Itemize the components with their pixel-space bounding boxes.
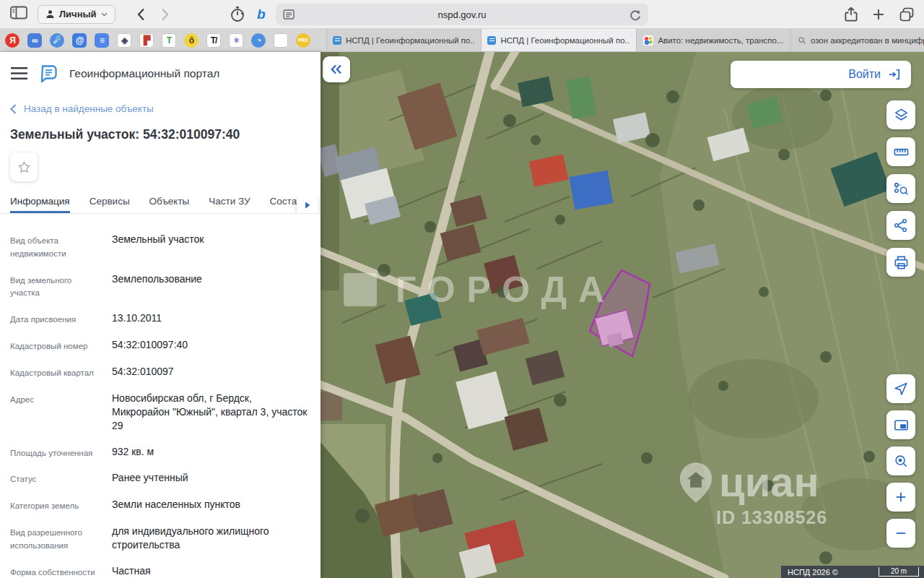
favorite-button[interactable] (10, 152, 38, 181)
t-green-icon[interactable]: T (162, 33, 176, 48)
attribute-row: СтатусРанее учтенный (10, 471, 310, 486)
tab-services[interactable]: Сервисы (90, 196, 130, 213)
pie-icon[interactable]: ◔ (251, 33, 266, 48)
attribute-row: Площадь уточненная932 кв. м (10, 445, 310, 460)
collapse-panel-button[interactable] (323, 56, 350, 82)
address-bar[interactable]: nspd.gov.ru (276, 4, 648, 25)
back-to-results-link[interactable]: Назад в найденные объекты (10, 103, 321, 114)
nspd-favicon (333, 36, 341, 45)
basemap-button[interactable] (886, 410, 915, 439)
swirl-purple-icon[interactable]: ✶ (229, 33, 243, 48)
print-button[interactable] (886, 248, 915, 277)
browser-tab[interactable]: НСПД | Геоинформационный по... (326, 29, 481, 51)
chevron-right-icon (305, 202, 310, 209)
avito-favicon (643, 35, 653, 46)
portal-logo-icon (39, 64, 58, 83)
building-icon[interactable]: ▛ (139, 33, 154, 48)
browser-toolbar: Личный b nspd.gov.ru (0, 0, 924, 29)
attribute-list: Вид объекта недвижимостиЗемельный участо… (0, 214, 321, 578)
ruler-button[interactable] (886, 137, 915, 166)
map-attribution: НСПД 2026 © 20 m (781, 566, 924, 578)
tab-title: озон аккредитован в минцифра... (811, 36, 924, 45)
browser-tab[interactable]: НСПД | Геоинформационный по... (481, 29, 635, 51)
map-canvas[interactable]: Войти ГОРОДА циан ID 1330 (321, 52, 924, 578)
panel-tabs: Информация Сервисы Объекты Части ЗУ Сост… (0, 196, 321, 214)
attribute-row: АдресНовосибирская обл, г Бердск, Микрор… (10, 392, 310, 434)
tab-parts[interactable]: Части ЗУ (209, 196, 250, 213)
login-icon (887, 67, 902, 82)
url-text[interactable]: nspd.gov.ru (295, 9, 629, 20)
tab-strip: НСПД | Геоинформационный по...НСПД | Гео… (326, 29, 924, 51)
t-slash-icon[interactable]: T/ (206, 33, 221, 48)
zoom-out-button[interactable] (886, 519, 915, 548)
navigation-arrow-icon (893, 381, 909, 397)
basemap-icon (893, 417, 910, 434)
sidebar-toggle-icon[interactable] (10, 6, 27, 22)
attribution-text: НСПД 2026 © (788, 568, 838, 577)
plus-icon (894, 490, 908, 504)
bookmarks-bar: Я∞☄@≡◈▛TōT/✶◔PRO (0, 29, 326, 51)
share-nodes-icon (893, 217, 909, 233)
double-chevron-left-icon (331, 64, 342, 74)
share-icon[interactable] (845, 7, 858, 22)
profile-label: Личный (59, 9, 97, 20)
share-map-button[interactable] (886, 211, 915, 240)
reader-icon[interactable] (283, 9, 295, 20)
attribute-row: Дата присвоения13.10.2011 (10, 311, 310, 327)
bing-icon[interactable]: b (257, 7, 266, 22)
login-button[interactable]: Войти (731, 61, 911, 88)
new-tab-icon[interactable] (872, 8, 885, 21)
comet-icon[interactable]: ☄ (50, 33, 64, 48)
scale-bar: 20 m (879, 567, 919, 577)
browser-tab[interactable]: озон аккредитован в минцифра... (790, 29, 924, 51)
object-search-icon (893, 181, 910, 197)
print-icon (893, 254, 910, 271)
attribute-row: Вид объекта недвижимостиЗемельный участо… (10, 233, 310, 261)
search-icon (798, 36, 806, 45)
attribute-row: Кадастровый квартал54:32:010097 (10, 365, 310, 380)
tabs-scroll-right-button[interactable] (297, 196, 318, 214)
nspd-favicon (487, 36, 496, 45)
attribute-row: Категория земельЗемли населенных пунктов (10, 498, 310, 513)
locate-position-button[interactable] (886, 374, 915, 403)
attribute-row: Форма собственностиЧастная (10, 564, 310, 578)
pro-icon[interactable]: PRO (296, 33, 310, 48)
hamburger-menu-icon[interactable] (10, 66, 28, 80)
page-title: Земельный участок: 54:32:010097:40 (10, 127, 310, 142)
back-button[interactable] (137, 8, 145, 21)
avito-icon[interactable] (274, 33, 288, 48)
minus-icon (894, 526, 908, 540)
magnifier-dot-icon (893, 453, 909, 469)
tab-title: НСПД | Геоинформационный по... (346, 36, 475, 45)
tab-title: Авито: недвижимость, транспо... (658, 36, 783, 45)
attribute-row: Кадастровый номер54:32:010097:40 (10, 338, 310, 353)
browser-tab[interactable]: Авито: недвижимость, транспо... (636, 29, 790, 51)
star-icon (17, 160, 32, 175)
reload-icon[interactable] (629, 9, 641, 21)
infinity-icon[interactable]: ∞ (27, 33, 42, 48)
layers-icon (893, 107, 910, 124)
tab-information[interactable]: Информация (10, 196, 70, 213)
diamond-icon[interactable]: ◈ (117, 33, 131, 48)
search-area-button[interactable] (886, 447, 915, 475)
chevron-left-icon (10, 104, 17, 114)
object-search-button[interactable] (886, 174, 915, 203)
timer-icon[interactable] (230, 6, 245, 23)
zoom-in-button[interactable] (886, 483, 915, 512)
layers-button[interactable] (886, 100, 915, 129)
ozon-o-icon[interactable]: ō (184, 33, 199, 48)
portal-title: Геоинформационный портал (69, 67, 219, 80)
tab-bar: Я∞☄@≡◈▛TōT/✶◔PRO НСПД | Геоинформационны… (0, 29, 924, 52)
tab-objects[interactable]: Объекты (149, 196, 190, 213)
forward-button[interactable] (161, 8, 169, 21)
mail-at-icon[interactable]: @ (72, 33, 87, 48)
tab-overview-icon[interactable] (899, 7, 914, 22)
ruler-icon (893, 144, 910, 160)
attribute-row: Вид земельного участкаЗемлепользование (10, 272, 310, 301)
satellite-imagery (321, 52, 924, 578)
tab-title: НСПД | Геоинформационный по... (500, 36, 629, 45)
notes-icon[interactable]: ≡ (95, 33, 109, 48)
person-icon (45, 9, 55, 19)
yandex-icon[interactable]: Я (5, 33, 19, 48)
profile-switcher[interactable]: Личный (38, 5, 116, 24)
